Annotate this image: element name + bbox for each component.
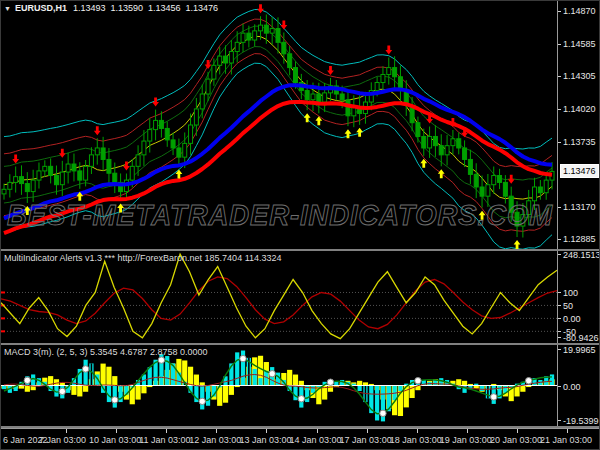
price-axis-label: 1.13170 bbox=[563, 202, 596, 212]
macd-signal-dot bbox=[269, 371, 275, 377]
time-axis-tick bbox=[317, 429, 318, 433]
axis-tick bbox=[558, 305, 561, 306]
axis-tick bbox=[558, 254, 561, 255]
indicator-axis-label: -80.9426 bbox=[563, 333, 599, 343]
macd-axis[interactable]: 19.99650.00-19.5399 bbox=[557, 345, 600, 426]
current-price-box: 1.13476 bbox=[560, 164, 599, 178]
macd-signal-dot bbox=[59, 388, 65, 394]
axis-tick bbox=[558, 109, 561, 110]
macd-canvas[interactable] bbox=[1, 345, 557, 426]
sell-arrow-icon bbox=[385, 45, 392, 54]
sell-arrow-icon bbox=[12, 154, 19, 163]
multiindicator-axis[interactable]: 248.1513100500.00-50-80.9426 bbox=[557, 251, 600, 343]
macd-signal-dot bbox=[240, 355, 246, 361]
time-axis-label: 17 Jan 03:00 bbox=[340, 435, 392, 445]
macd-signal-dot bbox=[112, 397, 118, 403]
macd-signal-dot bbox=[158, 357, 164, 363]
sell-arrow-icon bbox=[508, 175, 515, 184]
time-axis-label: 20 Jan 03:00 bbox=[490, 435, 542, 445]
sell-arrow-icon bbox=[94, 126, 101, 135]
axis-tick bbox=[558, 239, 561, 240]
macd-panel[interactable]: MACD 3(m). (2, 5, 3) 5.3545 4.6787 2.875… bbox=[1, 345, 600, 426]
time-axis-tick bbox=[417, 429, 418, 433]
price-axis-label: 1.14870 bbox=[563, 6, 596, 16]
axis-tick bbox=[558, 44, 561, 45]
time-axis-tick bbox=[66, 429, 67, 433]
time-axis-tick bbox=[567, 429, 568, 433]
time-axis-label: 19 Jan 03:00 bbox=[440, 435, 492, 445]
quote-close: 1.13476 bbox=[186, 3, 219, 13]
indicator-axis-label: 50 bbox=[563, 301, 573, 311]
main-chart-canvas[interactable]: BEST-METATRADER-INDICATORS.COM bbox=[1, 1, 557, 249]
time-axis-tick bbox=[266, 429, 267, 433]
axis-tick bbox=[558, 292, 561, 293]
macd-signal-dot bbox=[415, 378, 421, 384]
price-axis-label: 1.14305 bbox=[563, 71, 596, 81]
time-axis-tick bbox=[367, 429, 368, 433]
time-axis-label: 11 Jan 03:00 bbox=[139, 435, 190, 445]
axis-tick bbox=[558, 11, 561, 12]
symbol-dropdown-icon[interactable]: ▼ bbox=[4, 5, 11, 12]
macd-axis-label: -19.5399 bbox=[563, 416, 599, 426]
symbol-info-line: ▼EURUSD,H11.134931.135901.134561.13476 bbox=[4, 3, 223, 13]
time-axis-label: 12 Jan 03:00 bbox=[189, 435, 241, 445]
multiindicator-title: MultiIndicator Alerts v1.3 *** http://Fo… bbox=[4, 253, 282, 263]
price-axis-label: 1.12885 bbox=[563, 234, 596, 244]
price-axis-label: 1.14020 bbox=[563, 104, 596, 114]
macd-signal-dot bbox=[491, 394, 497, 400]
buy-arrow-icon bbox=[514, 240, 521, 249]
macd-signal-dot bbox=[82, 366, 88, 372]
axis-tick bbox=[558, 420, 561, 421]
time-axis-label: 10 Jan 03:00 bbox=[89, 435, 141, 445]
indicator-axis-label: 100 bbox=[563, 288, 578, 298]
macd-signal-dot bbox=[380, 410, 386, 416]
time-axis[interactable]: 6 Jan 20227 Jan 03:0010 Jan 03:0011 Jan … bbox=[1, 428, 600, 450]
time-axis-label: 21 Jan 03:00 bbox=[540, 435, 592, 445]
sell-arrow-icon bbox=[327, 66, 334, 75]
main-chart-panel[interactable]: BEST-METATRADER-INDICATORS.COM ▼EURUSD,H… bbox=[1, 1, 600, 249]
time-axis-tick bbox=[116, 429, 117, 433]
time-axis-label: 18 Jan 03:00 bbox=[390, 435, 442, 445]
mt4-chart-window: BEST-METATRADER-INDICATORS.COM ▼EURUSD,H… bbox=[0, 0, 600, 450]
macd-signal-dot bbox=[298, 396, 304, 402]
buy-arrow-icon bbox=[356, 128, 363, 137]
macd-axis-label: 19.9965 bbox=[563, 345, 596, 355]
sell-arrow-icon bbox=[59, 149, 66, 158]
time-axis-label: 7 Jan 03:00 bbox=[39, 435, 86, 445]
sell-arrow-icon bbox=[257, 4, 264, 13]
axis-tick bbox=[558, 76, 561, 77]
time-axis-tick bbox=[166, 429, 167, 433]
quote-low: 1.13456 bbox=[148, 3, 181, 13]
time-axis-label: 13 Jan 03:00 bbox=[239, 435, 291, 445]
macd-signal-dot bbox=[199, 398, 205, 404]
buy-arrow-icon bbox=[438, 169, 445, 178]
axis-tick bbox=[558, 331, 561, 332]
macd-title: MACD 3(m). (2, 5, 3) 5.3545 4.6787 2.875… bbox=[4, 347, 208, 357]
quote-open: 1.13493 bbox=[73, 3, 106, 13]
axis-tick bbox=[558, 318, 561, 319]
time-axis-tick bbox=[517, 429, 518, 433]
price-axis-label: 1.14585 bbox=[563, 39, 596, 49]
sell-arrow-icon bbox=[280, 20, 287, 29]
sell-arrow-icon bbox=[152, 98, 159, 107]
multiindicator-panel[interactable]: MultiIndicator Alerts v1.3 *** http://Fo… bbox=[1, 251, 600, 343]
multiindicator-canvas[interactable] bbox=[1, 251, 557, 343]
indicator-axis-label: 0.00 bbox=[563, 314, 581, 324]
quote-high: 1.13590 bbox=[111, 3, 144, 13]
indicator-axis-label: 248.1513 bbox=[563, 251, 600, 260]
symbol-timeframe: EURUSD,H1 bbox=[15, 3, 67, 13]
axis-tick bbox=[558, 349, 561, 350]
time-axis-tick bbox=[216, 429, 217, 433]
macd-signal-dot bbox=[327, 379, 333, 385]
macd-signal-dot bbox=[24, 377, 30, 383]
axis-tick bbox=[558, 386, 561, 387]
time-axis-label: 14 Jan 03:00 bbox=[290, 435, 342, 445]
macd-axis-label: 0.00 bbox=[563, 382, 581, 392]
macd-signal-dot bbox=[526, 378, 532, 384]
axis-tick bbox=[558, 142, 561, 143]
price-axis[interactable]: 1.148701.145851.143051.140201.137351.131… bbox=[557, 1, 600, 249]
time-axis-tick bbox=[467, 429, 468, 433]
watermark: BEST-METATRADER-INDICATORS.COM bbox=[7, 198, 553, 231]
price-axis-label: 1.13735 bbox=[563, 137, 596, 147]
axis-tick bbox=[558, 207, 561, 208]
